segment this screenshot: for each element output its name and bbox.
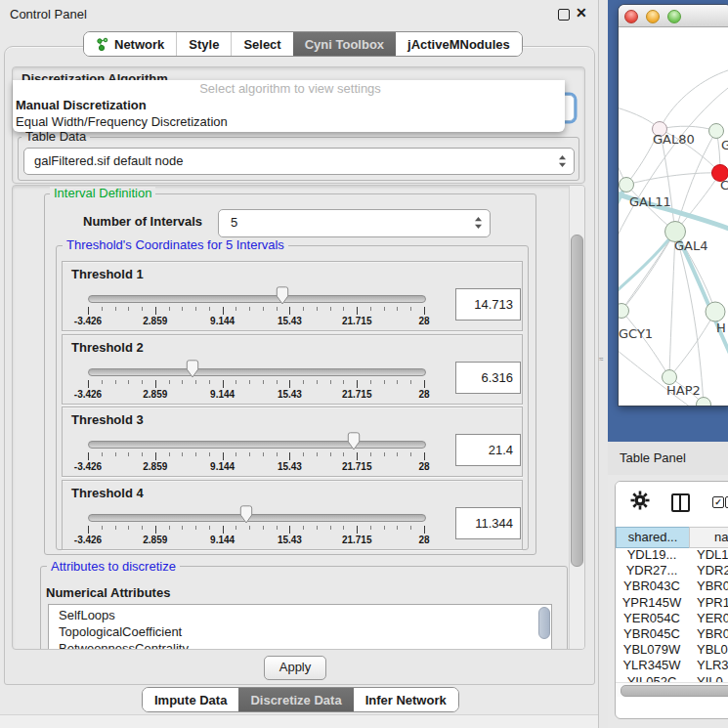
- list-scrollbar[interactable]: [538, 607, 550, 639]
- cell-name: YER0: [697, 611, 728, 626]
- node[interactable]: [709, 124, 724, 139]
- list-item[interactable]: TopologicalCoefficient: [59, 623, 182, 640]
- node-gcy1[interactable]: [619, 304, 629, 319]
- tab-jactivemnodules-label: jActiveMNodules: [407, 37, 510, 52]
- minimize-traffic-light[interactable]: [646, 10, 660, 23]
- scale-label: 9.144: [192, 461, 254, 472]
- scale-label: 15.43: [258, 461, 321, 472]
- node-table: ✓ ✓ shared... name YDL19...YDL1YDR27...Y…: [615, 481, 728, 719]
- threshold-block: Threshold 2-3.4262.8599.14415.4321.71528…: [62, 334, 523, 405]
- cell-shared-name: YDL19...: [616, 547, 688, 563]
- number-of-intervals-combobox[interactable]: 5: [218, 209, 491, 237]
- scale-label: 2.859: [124, 316, 187, 326]
- zoom-traffic-light[interactable]: [667, 10, 681, 23]
- scale-label: 28: [393, 461, 455, 472]
- scale-label: 21.715: [325, 316, 388, 326]
- slider-track[interactable]: [88, 514, 426, 522]
- node-h[interactable]: [706, 302, 725, 321]
- scale-label: -3.426: [57, 316, 119, 326]
- slider-track[interactable]: [88, 368, 426, 376]
- dropdown-option-manual[interactable]: Manual Discretization: [13, 97, 565, 113]
- table-row[interactable]: YBR043CYBR0: [616, 578, 728, 594]
- scale-label: 2.859: [124, 461, 187, 472]
- table-row[interactable]: YDL19...YDL1: [616, 547, 728, 563]
- node[interactable]: [697, 398, 711, 407]
- cell-name: YBR0: [697, 578, 728, 594]
- network-window-titlebar[interactable]: [619, 5, 728, 27]
- tab-jactivemnodules[interactable]: jActiveMNodules: [396, 32, 522, 56]
- threshold-label: Threshold 1: [71, 267, 144, 281]
- network-canvas[interactable]: GAL80 GA GAL11 C GAL4 GCY1 H HAP2: [619, 27, 728, 406]
- column-header-name-label: name: [714, 528, 728, 547]
- checkbox-icon[interactable]: ✓: [712, 496, 724, 508]
- list-item[interactable]: BetweennessCentrality: [59, 640, 189, 650]
- node-gal11[interactable]: [620, 178, 634, 193]
- attributes-group-title: Attributes to discretize: [47, 560, 180, 574]
- node-label: GAL11: [629, 194, 671, 209]
- settings-scroll-panel: Interval Definition Number of Intervals …: [12, 185, 585, 650]
- tab-discretize-data[interactable]: Discretize Data: [238, 688, 353, 711]
- tab-select[interactable]: Select: [231, 32, 292, 56]
- threshold-value-field[interactable]: 14.713: [455, 288, 521, 321]
- tab-cyni-toolbox[interactable]: Cyni Toolbox: [293, 32, 396, 56]
- tab-infer-network[interactable]: Infer Network: [354, 688, 458, 711]
- slider-track[interactable]: [88, 295, 426, 303]
- scrollbar-thumb[interactable]: [571, 235, 583, 567]
- table-row[interactable]: YPR145WYPR1: [616, 595, 728, 611]
- column-header-shared-name[interactable]: shared...: [616, 527, 690, 548]
- gear-icon[interactable]: [630, 491, 650, 510]
- algorithm-dropdown-popup: Select algorithm to view settings Manual…: [13, 80, 565, 132]
- scale-label: 9.144: [192, 316, 254, 326]
- split-table-icon[interactable]: [671, 493, 690, 512]
- node-label: GAL4: [674, 238, 707, 253]
- control-panel-titlebar: Control Panel ✕: [0, 0, 598, 27]
- control-panel-tabs: Network Style Select Cyni Toolbox jActiv…: [83, 31, 523, 57]
- scale-label: 21.715: [325, 535, 388, 545]
- scale-label: 9.144: [192, 535, 254, 545]
- horizontal-scrollbar[interactable]: [616, 682, 728, 697]
- threshold-label: Threshold 4: [71, 486, 144, 500]
- apply-button[interactable]: Apply: [264, 656, 326, 680]
- node-label: GAL80: [653, 132, 695, 147]
- table-panel-title: Table Panel: [620, 450, 686, 465]
- scale-label: 28: [393, 535, 455, 545]
- column-header-name[interactable]: name: [689, 527, 728, 548]
- table-row[interactable]: YLR345WYLR3: [616, 658, 728, 673]
- slider-thumb[interactable]: [347, 432, 361, 450]
- cell-name: YPR1: [697, 595, 728, 611]
- tab-select-label: Select: [243, 37, 280, 52]
- float-window-icon[interactable]: [558, 9, 570, 21]
- threshold-label: Threshold 2: [71, 340, 144, 355]
- tab-network[interactable]: Network: [84, 32, 176, 56]
- interval-definition-title: Interval Definition: [50, 187, 155, 200]
- threshold-block: Threshold 1-3.4262.8599.14415.4321.71528…: [62, 261, 523, 331]
- slider-track[interactable]: [88, 441, 426, 449]
- table-row[interactable]: YDR27...YDR2: [616, 563, 728, 578]
- list-item[interactable]: SelfLoops: [59, 607, 115, 623]
- node-label: H: [716, 321, 726, 335]
- dropdown-option-equal-width[interactable]: Equal Width/Frequency Discretization: [13, 113, 565, 130]
- scale-label: -3.426: [57, 389, 119, 400]
- slider-thumb[interactable]: [186, 360, 199, 378]
- slider-thumb[interactable]: [276, 286, 289, 305]
- table-row[interactable]: YBL079WYBL0: [616, 642, 728, 658]
- scale-label: 21.715: [325, 461, 388, 472]
- cell-shared-name: YLR345W: [616, 658, 688, 673]
- close-traffic-light[interactable]: [624, 10, 638, 23]
- threshold-value-field[interactable]: 6.316: [455, 362, 521, 394]
- slider-thumb[interactable]: [239, 505, 253, 524]
- tab-style[interactable]: Style: [176, 32, 231, 56]
- tab-impute-data[interactable]: Impute Data: [143, 688, 238, 711]
- table-row[interactable]: YER054CYER0: [616, 611, 728, 626]
- table-data-combobox[interactable]: galFiltered.sif default node: [23, 148, 575, 175]
- resize-handle-icon[interactable]: ≈: [599, 356, 606, 364]
- slider-scale: -3.4262.8599.14415.4321.71528: [88, 450, 425, 476]
- numerical-attributes-label: Numerical Attributes: [46, 585, 170, 600]
- table-row[interactable]: YBR045CYBR0: [616, 626, 728, 642]
- slider-scale: -3.4262.8599.14415.4321.71528: [88, 378, 425, 404]
- threshold-value-field[interactable]: 21.4: [455, 434, 521, 466]
- threshold-value-field[interactable]: 11.344: [455, 507, 521, 539]
- horizontal-scrollbar-thumb[interactable]: [621, 685, 728, 697]
- tab-cyni-toolbox-label: Cyni Toolbox: [305, 37, 384, 52]
- close-icon[interactable]: ✕: [576, 5, 587, 21]
